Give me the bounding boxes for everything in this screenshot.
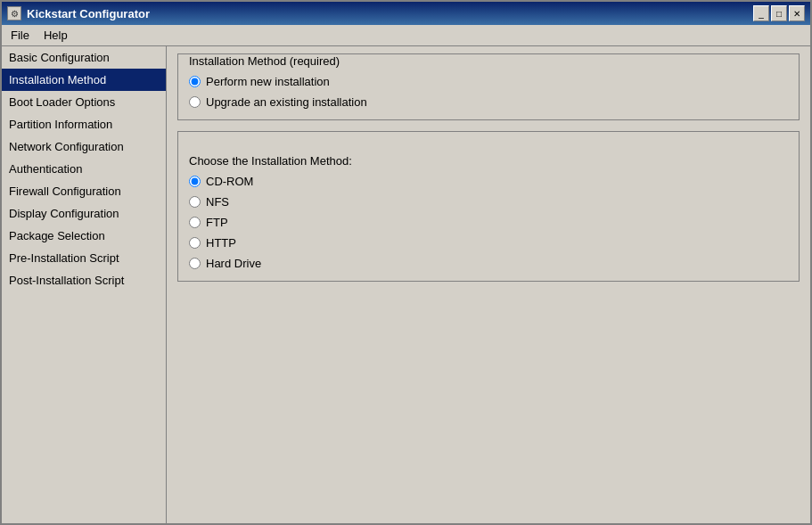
radio-upgrade[interactable]: Upgrade an existing installation (189, 92, 788, 112)
radio-perform-new-label: Perform new installation (206, 75, 330, 88)
sidebar: Basic Configuration Installation Method … (2, 46, 167, 523)
sidebar-item-authentication[interactable]: Authentication (2, 158, 166, 180)
radio-http-label: HTTP (206, 236, 236, 250)
menu-file[interactable]: File (5, 27, 35, 44)
radio-nfs-input[interactable] (189, 196, 201, 208)
minimize-button[interactable]: _ (753, 5, 769, 21)
content-area: Basic Configuration Installation Method … (2, 46, 810, 523)
radio-hard-drive-label: Hard Drive (206, 257, 261, 270)
title-bar: ⚙ Kickstart Configurator _ □ ✕ (2, 2, 810, 25)
sidebar-item-pre-install[interactable]: Pre-Installation Script (2, 247, 166, 269)
menu-bar: File Help (2, 25, 810, 46)
sidebar-item-display-config[interactable]: Display Configuration (2, 202, 166, 225)
radio-perform-new-input[interactable] (189, 76, 201, 87)
maximize-button[interactable]: □ (771, 5, 787, 21)
title-bar-buttons: _ □ ✕ (753, 5, 805, 21)
main-window: ⚙ Kickstart Configurator _ □ ✕ File Help… (0, 0, 812, 525)
install-type-group: Installation Method (required) Perform n… (177, 53, 800, 120)
radio-hard-drive[interactable]: Hard Drive (189, 253, 788, 274)
app-icon: ⚙ (7, 6, 21, 21)
window-title: Kickstart Configurator (27, 7, 150, 21)
sidebar-item-firewall-config[interactable]: Firewall Configuration (2, 180, 166, 202)
radio-nfs-label: NFS (206, 195, 229, 209)
sidebar-item-installation-method[interactable]: Installation Method (2, 69, 166, 91)
sidebar-item-boot-loader[interactable]: Boot Loader Options (2, 91, 166, 113)
radio-hard-drive-input[interactable] (189, 258, 201, 269)
radio-upgrade-input[interactable] (189, 96, 201, 108)
install-method-group: Choose the Installation Method: CD-ROM N… (177, 131, 800, 282)
install-method-section-label: Choose the Installation Method: (189, 149, 788, 171)
install-method-group-content: Choose the Installation Method: CD-ROM N… (178, 145, 799, 281)
radio-ftp-input[interactable] (189, 217, 201, 228)
install-type-group-content: Perform new installation Upgrade an exis… (178, 68, 799, 119)
radio-http-input[interactable] (189, 237, 201, 249)
title-bar-left: ⚙ Kickstart Configurator (7, 6, 150, 21)
sidebar-item-network-config[interactable]: Network Configuration (2, 135, 166, 158)
main-panel: Installation Method (required) Perform n… (167, 46, 810, 523)
menu-help[interactable]: Help (38, 27, 73, 44)
sidebar-item-post-install[interactable]: Post-Installation Script (2, 269, 166, 291)
radio-cdrom-label: CD-ROM (206, 175, 253, 188)
close-button[interactable]: ✕ (789, 5, 805, 21)
radio-nfs[interactable]: NFS (189, 192, 788, 212)
install-method-group-title (185, 132, 196, 145)
radio-cdrom[interactable]: CD-ROM (189, 171, 788, 192)
radio-cdrom-input[interactable] (189, 176, 201, 187)
sidebar-item-package-selection[interactable]: Package Selection (2, 225, 166, 247)
radio-perform-new[interactable]: Perform new installation (189, 71, 788, 92)
radio-ftp[interactable]: FTP (189, 212, 788, 233)
radio-ftp-label: FTP (206, 216, 228, 229)
sidebar-item-partition-info[interactable]: Partition Information (2, 113, 166, 135)
install-type-group-title: Installation Method (required) (185, 54, 343, 68)
sidebar-item-basic-config[interactable]: Basic Configuration (2, 46, 166, 69)
radio-http[interactable]: HTTP (189, 233, 788, 253)
radio-upgrade-label: Upgrade an existing installation (206, 95, 367, 109)
